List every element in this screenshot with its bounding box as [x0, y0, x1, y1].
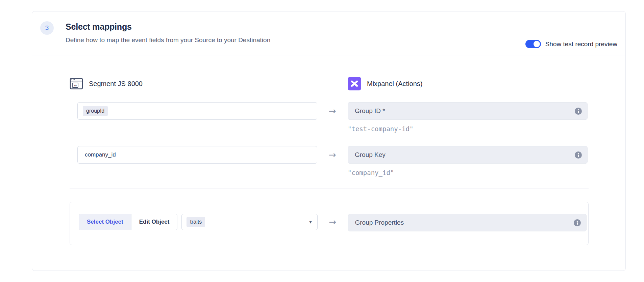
card-header: 3 Select mappings Define how to map the …: [32, 11, 625, 56]
arrow-right-icon: →: [329, 218, 337, 226]
destination-field-label: Group Properties: [355, 219, 574, 226]
destination-field: Group Key: [348, 146, 588, 164]
destination-column-header: Mixpanel (Actions): [348, 77, 423, 90]
destination-name: Mixpanel (Actions): [367, 80, 423, 88]
mapping-destination-cell: Group Key "company_id": [348, 146, 588, 176]
mapping-arrow-cell: →: [318, 214, 348, 230]
header-text: Select mappings Define how to map the ev…: [66, 21, 270, 44]
page-title: Select mappings: [66, 22, 270, 32]
source-column-header: JS Segment JS 8000: [70, 77, 348, 90]
js-browser-window-icon: JS: [70, 77, 83, 90]
source-field-input[interactable]: groupId: [77, 102, 317, 120]
object-mode-button-group: Select Object Edit Object: [79, 214, 177, 230]
page-subtitle: Define how to map the event fields from …: [66, 36, 270, 44]
mappings-body: JS Segment JS 8000 Mixpanel (Actions): [32, 56, 625, 245]
info-icon[interactable]: [575, 108, 582, 115]
destination-field-label: Group ID *: [355, 107, 575, 115]
step-number-badge: 3: [40, 21, 54, 35]
info-icon[interactable]: [574, 219, 581, 226]
destination-field: Group Properties: [348, 214, 587, 231]
section-divider: [70, 189, 589, 189]
preview-toggle-group: Show test record preview: [525, 40, 617, 48]
columns-header: JS Segment JS 8000 Mixpanel (Actions): [70, 77, 589, 90]
mapping-row-group-id: groupId → Group ID * "test: [70, 102, 589, 133]
object-select-dropdown[interactable]: traits ▾: [181, 214, 317, 230]
show-test-record-preview-toggle[interactable]: [525, 40, 541, 48]
mapping-destination-cell: Group Properties: [348, 214, 587, 231]
test-record-preview-value: "company_id": [348, 169, 588, 176]
preview-toggle-label: Show test record preview: [545, 40, 617, 48]
mapping-source-cell: groupId: [70, 102, 317, 120]
info-icon[interactable]: [575, 151, 582, 159]
object-mapping-card: Select Object Edit Object traits ▾ → Gro…: [70, 202, 589, 245]
mixpanel-icon: [348, 77, 361, 90]
destination-field: Group ID *: [348, 102, 588, 120]
mapping-destination-cell: Group ID * "test-company-id": [348, 102, 588, 133]
destination-field-label: Group Key: [355, 151, 575, 159]
source-field-chip[interactable]: groupId: [83, 106, 108, 116]
toggle-knob: [534, 41, 540, 47]
source-field-input[interactable]: company_id: [77, 146, 317, 164]
source-name: Segment JS 8000: [89, 80, 143, 88]
chevron-down-icon: ▾: [309, 219, 312, 225]
arrow-right-icon: →: [329, 150, 336, 159]
mapping-source-cell: company_id: [70, 146, 317, 164]
select-mappings-card: 3 Select mappings Define how to map the …: [32, 11, 626, 271]
mapping-arrow-cell: →: [317, 102, 348, 120]
test-record-preview-value: "test-company-id": [348, 125, 588, 133]
select-object-button[interactable]: Select Object: [79, 214, 131, 230]
svg-text:JS: JS: [74, 84, 77, 87]
arrow-right-icon: →: [329, 107, 336, 115]
object-controls: Select Object Edit Object traits ▾: [79, 214, 318, 230]
edit-object-button[interactable]: Edit Object: [131, 214, 177, 230]
mapping-row-group-key: company_id → Group Key "co: [70, 146, 589, 176]
object-value-chip[interactable]: traits: [187, 217, 205, 227]
source-field-text[interactable]: company_id: [83, 151, 116, 158]
mapping-arrow-cell: →: [317, 146, 348, 164]
